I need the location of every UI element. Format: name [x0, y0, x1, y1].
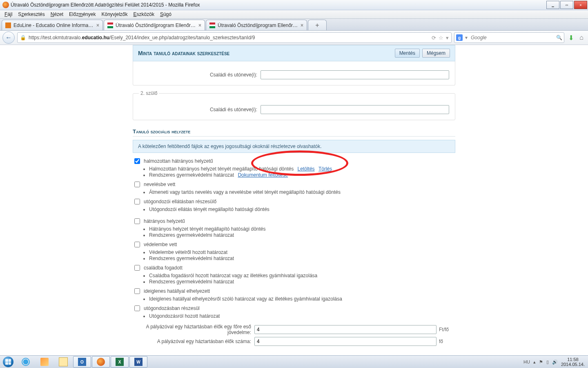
income-input[interactable]: [254, 325, 437, 334]
list-item: Utógondozói ellátás tényét megállapító h…: [149, 206, 455, 212]
list-item: Hátrányos helyzet tényét megállapító hat…: [149, 226, 455, 232]
search-box[interactable]: g ▾ 🔍: [454, 32, 564, 43]
chk-csaladba-label: családba fogadott: [144, 265, 183, 271]
tab-label: Útravaló Ösztöndíjprogram Ellenőrzöt…: [218, 22, 298, 28]
tray-date: 2014.05.14.: [561, 362, 585, 367]
word-icon: W: [134, 358, 143, 366]
search-icon[interactable]: 🔍: [556, 35, 562, 40]
tray-clock[interactable]: 11:58 2014.05.14.: [561, 357, 585, 367]
search-dropdown-icon[interactable]: ▾: [465, 35, 468, 40]
cancel-button[interactable]: Mégsem: [422, 49, 450, 58]
media-icon: [40, 358, 49, 366]
window-maximize-button[interactable]: ▭: [560, 1, 573, 9]
menu-file[interactable]: FFájlájl: [2, 11, 15, 17]
window-minimize-button[interactable]: ▁: [546, 1, 559, 9]
download-link[interactable]: Letöltés: [298, 166, 315, 172]
save-button[interactable]: Mentés: [395, 49, 420, 58]
google-icon: g: [456, 34, 463, 41]
taskbar-firefox[interactable]: [92, 356, 110, 368]
tab-close-icon[interactable]: ×: [96, 22, 99, 28]
firefox-icon: [2, 2, 9, 8]
tab-utravalo-1[interactable]: Útravaló Ösztöndíjprogram Ellenőrzöt… ×: [104, 20, 205, 30]
tray-show-hidden-icon[interactable]: ▴: [533, 359, 536, 365]
new-tab-button[interactable]: +: [308, 20, 327, 30]
menu-bookmarks[interactable]: Könyvjelzők: [98, 11, 130, 17]
refresh-icon[interactable]: ⟳: [432, 35, 436, 41]
back-button[interactable]: ←: [2, 31, 15, 44]
parent2-name-label: Családi és utóneve(i):: [139, 107, 261, 112]
chk-halmozottan[interactable]: [134, 158, 140, 164]
tab-utravalo-2[interactable]: Útravaló Ösztöndíjprogram Ellenőrzöt… ×: [206, 20, 307, 30]
list-item: Halmozottan hátrányos helyzet tényét meg…: [149, 166, 455, 172]
tab-eduline[interactable]: EduLine - Educatio Online Informatik… ×: [2, 20, 103, 30]
menu-tools[interactable]: Eszközök: [131, 11, 157, 17]
start-button[interactable]: [0, 356, 16, 368]
downloads-button[interactable]: ⬇: [567, 34, 575, 42]
tray-action-center-icon[interactable]: ⚑: [539, 359, 543, 365]
menu-help[interactable]: Súgó: [157, 11, 174, 17]
taskbar-ie[interactable]: [17, 356, 35, 368]
list-item: Átmeneti vagy tartós nevelés vagy a neve…: [149, 189, 455, 195]
tab-close-icon[interactable]: ×: [198, 22, 201, 28]
parent2-legend: 2. szülő: [139, 90, 159, 96]
window-close-button[interactable]: ✕: [574, 1, 587, 9]
tab-close-icon[interactable]: ×: [301, 22, 303, 28]
page-title: Minta tanuló adatainak szerkesztése: [138, 50, 395, 56]
chk-ideiglenes[interactable]: [134, 288, 140, 294]
menu-edit[interactable]: Szerkesztés: [15, 11, 47, 17]
tray-time: 11:58: [561, 357, 585, 362]
chk-hatranyos[interactable]: [134, 218, 140, 224]
chk-vedelembe[interactable]: [134, 242, 140, 247]
section-social-title: Tanuló szociális helyzete: [133, 128, 455, 137]
chk-utogondozasban-label: utógondozásban részesül: [144, 305, 200, 311]
list-item: Védelembe vételről hozott határozat: [149, 249, 455, 255]
excel-icon: X: [116, 358, 124, 366]
chk-utogondozoi[interactable]: [134, 199, 140, 204]
taskbar-explorer[interactable]: [54, 356, 72, 368]
system-tray: HU ▴ ⚑ ▯ 🔊 11:58 2014.05.14.: [520, 357, 588, 367]
parent1-fieldset: Családi és utóneve(i):: [133, 61, 455, 85]
chk-utogondozasban[interactable]: [134, 305, 140, 311]
list-item: Rendszeres gyermekvédelmi határozat Doku…: [149, 172, 455, 178]
upload-link[interactable]: Dokumentum feltöltése: [238, 172, 288, 178]
parent2-fieldset: 2. szülő Családi és utóneve(i):: [133, 90, 455, 120]
taskbar-outlook[interactable]: O: [73, 356, 91, 368]
chk-nevelesbe-label: nevelésbe vett: [144, 182, 175, 187]
chk-hatranyos-label: hátrányos helyzetű: [144, 218, 185, 224]
income-label: A pályázóval egy háztartásban élők egy f…: [133, 324, 254, 335]
home-button[interactable]: ⌂: [577, 34, 586, 41]
parent1-name-label: Családi és utóneve(i):: [139, 72, 261, 78]
chk-csaladba[interactable]: [134, 265, 140, 271]
url-dropdown-icon[interactable]: ▾: [446, 35, 449, 41]
delete-link[interactable]: Törlés: [318, 166, 332, 172]
tray-volume-icon[interactable]: 🔊: [552, 359, 558, 365]
firefox-icon: [97, 358, 105, 366]
tray-network-icon[interactable]: ▯: [546, 359, 549, 365]
menu-history[interactable]: Előzmények: [66, 11, 98, 17]
outlook-icon: O: [78, 358, 86, 366]
parent2-name-input[interactable]: [261, 105, 449, 114]
menu-view[interactable]: Nézet: [48, 11, 66, 17]
household-count-input[interactable]: [254, 337, 437, 346]
url-bar[interactable]: 🔒 https://test.okmtutravalo.educatio.hu/…: [17, 32, 452, 43]
panel-header: Minta tanuló adatainak szerkesztése Ment…: [133, 45, 455, 61]
income-unit: Ft/fő: [437, 327, 455, 332]
search-input[interactable]: [470, 34, 554, 41]
taskbar-media[interactable]: [36, 356, 53, 368]
upload-info-box: A kötelezően feltöltendő fájlok az egyes…: [133, 140, 455, 153]
bookmark-star-icon[interactable]: ☆: [439, 35, 443, 41]
tray-lang[interactable]: HU: [523, 359, 530, 364]
chk-nevelesbe[interactable]: [134, 182, 140, 187]
taskbar-excel[interactable]: X: [111, 356, 129, 368]
favicon-hu-icon: [107, 22, 113, 28]
taskbar-word[interactable]: W: [129, 356, 147, 368]
favicon-hu-icon: [209, 22, 215, 28]
tab-label: Útravaló Ösztöndíjprogram Ellenőrzöt…: [116, 22, 196, 28]
ie-icon: [22, 358, 30, 366]
browser-menubar: FFájlájl Szerkesztés Nézet Előzmények Kö…: [0, 10, 588, 19]
windows-logo-icon: [3, 357, 13, 367]
chk-vedelembe-label: védelembe vett: [144, 242, 177, 247]
household-count-unit: fő: [437, 339, 455, 344]
parent1-name-input[interactable]: [261, 70, 449, 79]
chk-ideiglenes-label: ideiglenes hatállyal elhelyezett: [144, 288, 210, 294]
